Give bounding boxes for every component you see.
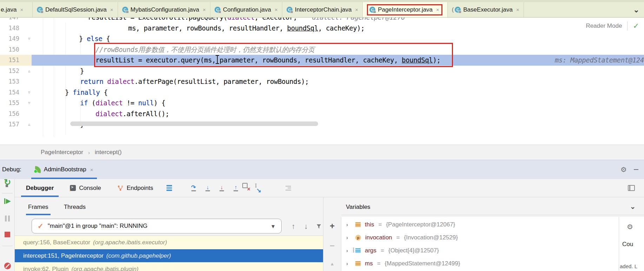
tab-frames[interactable]: Frames	[26, 197, 51, 217]
tab-debugger[interactable]: Debugger	[21, 179, 59, 197]
layout-settings-icon[interactable]	[628, 185, 635, 191]
variable-row[interactable]: ›ms={MappedStatement@12499}	[341, 257, 619, 270]
editor-tab[interactable]: e.java×	[0, 2, 33, 17]
fold-marker-icon[interactable]: ▵	[26, 66, 32, 77]
code-token: resultList = ExecutorUtil.pageQuery(	[88, 18, 227, 21]
expand-chevron-icon[interactable]: ›	[346, 234, 351, 240]
close-icon[interactable]: ×	[275, 7, 278, 13]
code-token: }	[65, 88, 73, 96]
dropdown-arrow-icon[interactable]: ▼	[270, 223, 276, 229]
code-token: dialect	[96, 110, 123, 118]
step-over-icon[interactable]: ↷	[191, 185, 196, 191]
editor-tab[interactable]: CPageInterceptor.java×	[363, 2, 448, 17]
code-token: dialect	[96, 99, 123, 107]
editor-tab[interactable]: (CBaseExecutor.java×	[448, 2, 524, 17]
hamburger-menu-icon[interactable]	[166, 185, 172, 191]
parameter-icon: p	[355, 235, 361, 240]
variable-name: invocation	[365, 234, 392, 241]
stop-icon[interactable]	[0, 232, 15, 238]
minimize-icon[interactable]	[634, 169, 638, 170]
editor-tab[interactable]: CInterceptorChain.java×	[282, 2, 363, 17]
close-icon[interactable]: ×	[203, 7, 206, 13]
tab-label: Threads	[64, 204, 86, 211]
code-line[interactable]: 153return dialect.afterPage(resultList, …	[0, 76, 644, 87]
chevron-down-icon[interactable]: ⌄	[630, 203, 636, 211]
code-line[interactable]: 155▿if (dialect != null) {	[0, 98, 644, 108]
editor-tab[interactable]: CDefaultSqlSession.java×	[33, 2, 118, 17]
tab-label: InterceptorChain.java	[295, 6, 352, 13]
thread-dropdown[interactable]: ✓ "main"@1 in group "main": RUNNING ▼	[32, 219, 282, 233]
code-text: dialect.afterAll();	[35, 108, 644, 119]
fold-marker-icon[interactable]: ▿	[26, 98, 32, 108]
chevron-down-icon[interactable]: ⌄	[629, 2, 644, 17]
resume-icon[interactable]: ▶	[0, 198, 15, 206]
tab-label: DefaultSqlSession.java	[45, 6, 107, 13]
step-into-icon[interactable]: ↓	[205, 185, 210, 191]
fold-marker-icon[interactable]: ▿	[26, 33, 32, 44]
code-line[interactable]: 154▿} finally {	[0, 87, 644, 98]
close-icon[interactable]: ×	[20, 7, 23, 13]
gear-icon[interactable]: ⚙	[627, 223, 633, 231]
array-icon	[355, 248, 361, 253]
filter-frames-icon[interactable]	[316, 217, 322, 236]
stack-frame-row[interactable]: invoke:62, Plugin(org.apache.ibatis.plug…	[15, 263, 323, 271]
stream-trace-icon[interactable]	[285, 186, 291, 191]
code-editor[interactable]: 147resultList = ExecutorUtil.pageQuery(d…	[0, 18, 644, 145]
code-line[interactable]: 148ms, parameter, rowBounds, resultHandl…	[0, 23, 644, 34]
remove-watch-icon[interactable]: −	[323, 241, 341, 251]
frame-location: intercept:151, PageInterceptor	[23, 252, 104, 259]
code-line[interactable]: 147resultList = ExecutorUtil.pageQuery(d…	[0, 18, 644, 23]
variables-panel: ›this={PageInterceptor@12067}›pinvocatio…	[341, 217, 619, 271]
code-token: .afterAll();	[123, 110, 169, 118]
code-token	[103, 78, 107, 85]
horizontal-scrollbar[interactable]	[70, 121, 318, 126]
view-breakpoints-icon[interactable]	[0, 263, 15, 270]
console-icon: >↓	[70, 185, 76, 191]
rerun-icon[interactable]: ↻	[0, 179, 15, 192]
expand-chevron-icon[interactable]: ›	[346, 247, 351, 253]
editor-tab[interactable]: CMybatisConfiguration.java×	[118, 2, 210, 17]
close-icon[interactable]: ×	[110, 7, 113, 13]
line-number: 154	[0, 87, 19, 98]
tab-threads[interactable]: Threads	[62, 197, 88, 217]
close-icon[interactable]: ×	[355, 7, 358, 13]
watches-toolbar: + − ▲	[323, 217, 341, 271]
expand-chevron-icon[interactable]: ›	[346, 222, 351, 227]
pause-icon[interactable]	[0, 216, 15, 223]
close-icon[interactable]: ×	[516, 7, 519, 13]
close-icon[interactable]: ×	[90, 167, 93, 173]
tab-label: MybatisConfiguration.java	[131, 6, 199, 13]
close-icon[interactable]: ×	[436, 7, 439, 13]
debugger-inline-hint: dialect: PageHelper@1276	[312, 18, 405, 21]
frame-up-icon[interactable]: ↑	[291, 217, 295, 236]
object-icon	[355, 261, 361, 266]
debug-session-tab[interactable]: AdminBootstrap ×	[31, 160, 97, 179]
stack-frame-row[interactable]: query:156, BaseExecutor(org.apache.ibati…	[15, 236, 323, 249]
add-watch-icon[interactable]: +	[323, 221, 341, 231]
fold-marker-icon[interactable]: ▿	[26, 87, 32, 98]
code-line[interactable]: 156dialect.afterAll();	[0, 108, 644, 119]
right-mini-panel: ⚙ Cou aded. L	[619, 217, 644, 271]
variable-row[interactable]: ›args={Object[4]@12507}	[341, 244, 619, 257]
editor-tab[interactable]: CConfiguration.java×	[210, 2, 282, 17]
variable-row[interactable]: ›pinvocation={Invocation@12529}	[341, 231, 619, 244]
frame-package: (org.apache.ibatis.plugin)	[71, 266, 138, 271]
breadcrumb-method[interactable]: intercept()	[95, 149, 122, 156]
code-line[interactable]: 152▵}	[0, 66, 644, 77]
tab-console[interactable]: >↓Console	[65, 179, 106, 197]
force-step-into-icon[interactable]: ↓	[219, 185, 224, 191]
reader-mode-widget[interactable]: Reader Mode ✓	[586, 20, 639, 32]
gear-icon[interactable]: ⚙	[620, 165, 627, 174]
fold-marker-icon[interactable]: ▵	[26, 119, 32, 130]
tab-label: Debugger	[26, 185, 54, 192]
expand-chevron-icon[interactable]: ›	[346, 260, 351, 266]
inspections-ok-icon[interactable]: ✓	[633, 22, 639, 30]
step-out-icon[interactable]: ↑	[234, 185, 238, 191]
reader-mode-label[interactable]: Reader Mode	[586, 22, 622, 29]
tab-endpoints[interactable]: Endpoints	[112, 179, 158, 197]
stack-frame-row[interactable]: intercept:151, PageInterceptor(com.githu…	[15, 249, 323, 262]
frame-down-icon[interactable]: ↓	[304, 217, 308, 236]
move-watch-up-icon[interactable]: ▲	[323, 261, 341, 266]
variable-row[interactable]: ›this={PageInterceptor@12067}	[341, 218, 619, 231]
breadcrumb-class[interactable]: PageInterceptor	[41, 149, 83, 156]
